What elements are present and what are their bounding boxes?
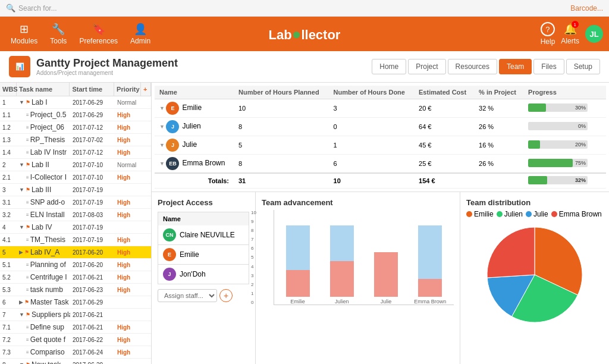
expand-arrow[interactable]: ▼ <box>19 224 24 230</box>
tab-team[interactable]: Team <box>499 59 532 74</box>
tab-setup[interactable]: Setup <box>566 59 600 74</box>
admin-label: Admin <box>130 37 150 45</box>
modules-nav-item[interactable]: ⊞ Modules <box>6 20 42 48</box>
tab-home[interactable]: Home <box>372 59 406 74</box>
task-name-text: task numb <box>30 285 63 294</box>
totals-progress-label: 32% <box>575 177 586 183</box>
task-rows: 1▼ ⚑ Lab I2017-06-29Normal1.1≡ Project_0… <box>0 96 151 364</box>
task-row[interactable]: 3.1≡ SNP add-o2017-07-19High <box>0 196 151 209</box>
task-row[interactable]: 4▼ ⚑ Lab IV2017-07-19 <box>0 221 151 234</box>
row-expand-arrow[interactable]: ▼ <box>159 124 166 130</box>
task-name-text: Planning of <box>30 261 66 269</box>
expand-arrow[interactable]: ▶ <box>19 249 23 255</box>
wbs-cell: 3 <box>0 185 17 195</box>
team-col-extra <box>596 86 606 99</box>
row-expand-arrow[interactable]: ▼ <box>159 105 166 111</box>
expand-arrow[interactable]: ▼ <box>19 187 24 193</box>
access-name-header: Name <box>158 212 249 225</box>
task-row[interactable]: 2▼ ⚑ Lab II2017-07-10Normal <box>0 159 151 171</box>
task-row[interactable]: 5.3≡ task numb2017-06-23High <box>0 284 151 296</box>
access-member-avatar: J <box>163 268 176 281</box>
tab-files[interactable]: Files <box>533 59 564 74</box>
bar-segment-0 <box>418 279 442 297</box>
progress-bar-label: 0% <box>578 123 586 129</box>
priority-cell: High <box>115 135 142 145</box>
tools-nav-item[interactable]: 🔧 Tools <box>45 20 71 48</box>
task-row[interactable]: 3▼ ⚑ Lab III2017-07-19 <box>0 184 151 196</box>
tab-project[interactable]: Project <box>408 59 445 74</box>
task-name-cell: ≡ Project_06 <box>17 121 70 133</box>
task-name-text: I-Collector I <box>30 173 67 181</box>
user-avatar[interactable]: JL <box>585 25 603 43</box>
task-name-cell: ≡ Planning of <box>17 259 70 271</box>
legend-dot <box>466 211 472 217</box>
admin-nav-item[interactable]: 👤 Admin <box>125 20 155 48</box>
start-date-cell: 2017-07-02 <box>70 135 115 145</box>
task-row[interactable]: 1.2≡ Project_062017-07-12High <box>0 121 151 134</box>
task-row[interactable]: 1▼ ⚑ Lab I2017-06-29Normal <box>0 96 151 109</box>
hours-done-cell: 1 <box>329 136 414 155</box>
access-member: JJon'Doh <box>158 265 249 284</box>
task-row[interactable]: 7.3≡ Compariso2017-06-24High <box>0 346 151 359</box>
extra-cell <box>596 136 606 155</box>
search-input-placeholder[interactable]: Search for... <box>18 4 57 12</box>
task-row[interactable]: 6▶ ⚑ Master Task2017-06-29 <box>0 296 151 309</box>
priority-cell: High <box>115 335 142 345</box>
preferences-nav-item[interactable]: 🔖 Preferences <box>74 20 123 48</box>
assign-staff-select[interactable]: Assign staff... <box>158 289 217 302</box>
priority-cell: High <box>115 172 142 183</box>
expand-arrow[interactable]: ▼ <box>19 362 24 364</box>
add-staff-button[interactable]: + <box>219 289 233 302</box>
priority-cell: High <box>115 260 142 270</box>
preferences-label: Preferences <box>79 37 118 45</box>
hours-planned-cell: 10 <box>234 99 329 118</box>
row-expand-arrow[interactable]: ▼ <box>159 142 166 148</box>
task-row[interactable]: 1.3≡ RP_Thesis2017-07-02High <box>0 134 151 146</box>
nav-bar: ⊞ Modules 🔧 Tools 🔖 Preferences 👤 Admin … <box>0 17 609 51</box>
bell-icon: 🔔1 <box>564 23 577 36</box>
totals-extra <box>596 173 606 189</box>
preferences-icon: 🔖 <box>92 23 105 36</box>
legend-item: Emma Brown <box>551 210 602 218</box>
task-row[interactable]: 1.1≡ Project_0.52017-06-29High <box>0 109 151 121</box>
task-row[interactable]: 3.2≡ ELN Install2017-08-03High <box>0 209 151 221</box>
priority-cell <box>115 188 142 192</box>
modules-label: Modules <box>11 37 37 45</box>
task-name-text: Lab IV Instr <box>30 148 67 156</box>
member-name-cell: ▼ JJulie <box>155 136 234 155</box>
row-expand-arrow[interactable]: ▼ <box>159 161 166 167</box>
expand-arrow[interactable]: ▼ <box>19 162 24 168</box>
start-date-cell: 2017-06-20 <box>70 360 115 365</box>
pie-container <box>466 221 603 322</box>
tools-label: Tools <box>50 37 67 45</box>
tools-icon: 🔧 <box>52 23 65 36</box>
task-row[interactable]: 5.1≡ Planning of2017-06-20High <box>0 259 151 271</box>
task-type-icon: ≡ <box>26 262 29 268</box>
task-row[interactable]: 7.1≡ Define sup2017-06-21High <box>0 321 151 334</box>
page-title: Gantty Project Management <box>36 57 178 70</box>
task-row[interactable]: 7▼ ⚑ Suppliers pla2017-06-21 <box>0 309 151 321</box>
tab-resources[interactable]: Resources <box>448 59 497 74</box>
task-row[interactable]: 5▶ ⚑ Lab IV_A2017-06-20High <box>0 246 151 259</box>
expand-arrow[interactable]: ▼ <box>19 99 24 105</box>
task-panel: WBS Task name Start time Priority + 1▼ ⚑… <box>0 83 152 364</box>
task-row[interactable]: 5.2≡ Centrifuge I2017-06-21High <box>0 271 151 284</box>
alerts-nav-item[interactable]: 🔔1 Alerts <box>561 23 579 45</box>
task-name-cell: ≡ RP_Thesis <box>17 134 70 146</box>
task-name-cell: ≡ TM_Thesis <box>17 234 70 246</box>
help-nav-item[interactable]: ? Help <box>541 22 555 46</box>
add-column-header[interactable]: + <box>141 83 151 96</box>
expand-arrow[interactable]: ▶ <box>19 299 23 305</box>
task-row[interactable]: 7.2≡ Get quote f2017-06-22High <box>0 334 151 346</box>
header-left: 📊 Gantty Project Management Addons/Proje… <box>9 56 178 77</box>
task-name-cell: ≡ Lab IV Instr <box>17 146 70 158</box>
task-row[interactable]: 1.4≡ Lab IV Instr2017-07-12High <box>0 146 151 159</box>
task-row[interactable]: 2.1≡ I-Collector I2017-07-10High <box>0 171 151 184</box>
group-icon: ⚑ <box>26 312 30 318</box>
priority-cell: High <box>115 148 142 158</box>
task-name-text: New task <box>32 360 61 364</box>
start-date-cell: 2017-06-20 <box>70 260 115 270</box>
task-row[interactable]: 4.1≡ TM_Thesis2017-07-19High <box>0 234 151 246</box>
task-row[interactable]: 8▼ ⚑ New task2017-06-20 <box>0 359 151 364</box>
expand-arrow[interactable]: ▼ <box>19 312 24 318</box>
